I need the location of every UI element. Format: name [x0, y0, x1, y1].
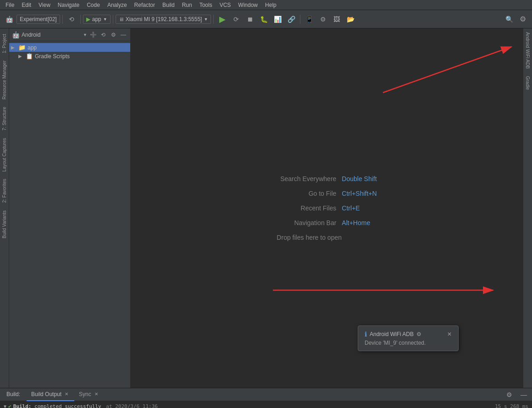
- menu-vcs[interactable]: VCS: [216, 0, 235, 10]
- project-panel-title: Android: [22, 32, 81, 38]
- bottom-tab-prefix: Build:: [2, 388, 27, 401]
- editor-hints: Search Everywhere Double Shift Go to Fil…: [277, 175, 377, 241]
- menu-edit[interactable]: Edit: [18, 0, 35, 10]
- menubar: File Edit View Navigate Code Analyze Ref…: [0, 0, 532, 10]
- check-0: ✔: [8, 403, 11, 408]
- menu-analyze[interactable]: Analyze: [104, 0, 131, 10]
- project-panel: 🤖 Android ▼ ➕ ⟲ ⚙ — ▶ 📁 app ▶ 📋 Gradle S…: [9, 28, 131, 388]
- menu-navigate[interactable]: Navigate: [54, 0, 83, 10]
- avd-btn[interactable]: 📱: [303, 13, 316, 26]
- tree-arrow-gradle: ▶: [18, 54, 24, 59]
- separator2: [80, 15, 81, 24]
- sidebar-item-favorites[interactable]: 2: Favorites: [1, 175, 8, 206]
- hint-search-everywhere: Search Everywhere Double Shift: [277, 175, 377, 182]
- menu-help[interactable]: Help: [261, 0, 280, 10]
- hint-label-goto: Go to File: [277, 190, 336, 197]
- bottom-panel-settings: ⚙ —: [503, 388, 530, 401]
- hint-navigation-bar: Navigation Bar Alt+Home: [277, 219, 377, 226]
- layout-btn[interactable]: 🖼: [330, 13, 343, 26]
- toolbar: 🤖 Experiment[02] ⟲ ▶ app ▼ 🖥 Xiaomi MI 9…: [0, 10, 532, 28]
- tree-label-gradle: Gradle Scripts: [35, 53, 70, 60]
- settings-icon[interactable]: ⚙: [516, 13, 529, 26]
- tab-build-output-label: Build Output: [31, 391, 61, 397]
- annotation-arrow-bottom: [268, 272, 507, 310]
- menu-code[interactable]: Code: [83, 0, 104, 10]
- project-settings-btn[interactable]: ⚙: [109, 31, 117, 39]
- menu-view[interactable]: View: [35, 0, 54, 10]
- tab-sync-label: Sync: [79, 391, 91, 397]
- profile-btn[interactable]: 📊: [271, 13, 284, 26]
- refresh-btn[interactable]: ⟳: [230, 13, 243, 26]
- search-everywhere-btn[interactable]: 🔍: [503, 13, 515, 26]
- bottom-minimize-btn[interactable]: —: [517, 388, 530, 401]
- sidebar-item-build-variants[interactable]: Build Variants: [1, 207, 8, 242]
- menu-refactor[interactable]: Refactor: [131, 0, 159, 10]
- menu-file[interactable]: File: [2, 0, 18, 10]
- hint-label-search: Search Everywhere: [277, 175, 336, 182]
- build-text-0a: Build: completed successfully: [13, 403, 101, 408]
- notification-body: Device 'MI_9' connected.: [365, 340, 452, 346]
- notification-title: Android WiFi ADB: [370, 331, 414, 337]
- project-add-btn[interactable]: ➕: [89, 31, 97, 39]
- tab-sync-close[interactable]: ✕: [93, 391, 100, 397]
- app-name: app: [92, 16, 101, 22]
- tree-item-app[interactable]: ▶ 📁 app: [9, 43, 130, 52]
- device-selector[interactable]: 🖥 Xiaomi MI 9 [192.168.1.3:5555] ▼: [116, 15, 211, 24]
- menu-tools[interactable]: Tools: [196, 0, 216, 10]
- notification-gear-btn[interactable]: ⚙: [416, 331, 421, 337]
- hint-shortcut-recent: Ctrl+E: [342, 204, 360, 212]
- sidebar-item-project[interactable]: 1: Project: [1, 30, 8, 57]
- notification-header: ℹ Android WiFi ADB ⚙ ✕: [365, 331, 452, 338]
- notification-close-btn[interactable]: ✕: [447, 331, 452, 337]
- toolbar-sync-btn[interactable]: ⟲: [65, 13, 78, 26]
- separator: [62, 15, 63, 24]
- device-name: Xiaomi MI 9 [192.168.1.3:5555]: [126, 16, 202, 22]
- menu-build[interactable]: Build: [159, 0, 178, 10]
- tree-item-gradle[interactable]: ▶ 📋 Gradle Scripts: [17, 52, 130, 61]
- hint-go-to-file: Go to File Ctrl+Shift+N: [277, 190, 377, 197]
- build-time-0: 15 s 268 ms: [495, 403, 528, 408]
- hint-shortcut-search: Double Shift: [342, 175, 377, 182]
- sidebar-item-layout-captures[interactable]: Layout Captures: [1, 134, 8, 175]
- bottom-panel: Build: Build Output ✕ Sync ✕ ⚙ — ▼ ✔ Bui…: [0, 388, 532, 408]
- debug-btn[interactable]: 🐛: [257, 13, 270, 26]
- right-label-gradle[interactable]: Gradle: [524, 72, 531, 94]
- project-minimize-btn[interactable]: —: [119, 31, 127, 39]
- menu-window[interactable]: Window: [234, 0, 261, 10]
- bottom-settings-btn[interactable]: ⚙: [503, 388, 515, 401]
- project-sync-btn[interactable]: ⟲: [99, 31, 107, 39]
- right-sidebar: Android WiFi ADB Gradle: [523, 28, 532, 388]
- sidebar-item-resource[interactable]: Resource Manager: [1, 57, 8, 103]
- sidebar-item-structure[interactable]: 7: Structure: [1, 103, 8, 134]
- svg-line-1: [383, 47, 511, 93]
- expand-arrow-0[interactable]: ▼: [4, 404, 6, 408]
- app-selector[interactable]: ▶ app ▼: [83, 15, 111, 24]
- tree-label-app: app: [28, 44, 37, 51]
- tab-build-output-close[interactable]: ✕: [63, 391, 70, 397]
- bottom-tabs: Build: Build Output ✕ Sync ✕ ⚙ —: [0, 388, 532, 401]
- separator3: [113, 15, 113, 24]
- run-button[interactable]: ▶: [216, 13, 229, 26]
- project-name: Experiment[02]: [20, 16, 57, 22]
- hint-label-recent: Recent Files: [277, 204, 336, 212]
- menu-run[interactable]: Run: [178, 0, 196, 10]
- right-label-adb[interactable]: Android WiFi ADB: [524, 28, 531, 72]
- hint-drop-files-text: Drop files here to open: [277, 234, 342, 241]
- hint-recent-files: Recent Files Ctrl+E: [277, 204, 377, 212]
- tab-sync[interactable]: Sync ✕: [74, 388, 104, 401]
- sdk-btn[interactable]: ⚙: [316, 13, 329, 26]
- project-header: 🤖 Android ▼ ➕ ⟲ ⚙ —: [9, 28, 130, 41]
- tab-build-prefix: Build:: [6, 391, 20, 397]
- tree-arrow-app: ▶: [11, 45, 17, 50]
- folder-icon: 📁: [18, 44, 26, 51]
- tab-build-output[interactable]: Build Output ✕: [27, 388, 74, 401]
- annotation-arrow-top: [378, 42, 525, 99]
- notification-popup: ℹ Android WiFi ADB ⚙ ✕ Device 'MI_9' con…: [358, 325, 459, 351]
- build-output-content: ▼ ✔ Build: completed successfully at 202…: [0, 401, 532, 408]
- build-row-0: ▼ ✔ Build: completed successfully at 202…: [4, 403, 528, 408]
- stop-btn[interactable]: ⏹: [244, 13, 256, 26]
- project-selector[interactable]: Experiment[02]: [17, 15, 60, 24]
- device-file-btn[interactable]: 📂: [344, 13, 357, 26]
- left-sidebar: 1: Project Resource Manager 7: Structure…: [0, 28, 9, 388]
- attach-btn[interactable]: 🔗: [285, 13, 298, 26]
